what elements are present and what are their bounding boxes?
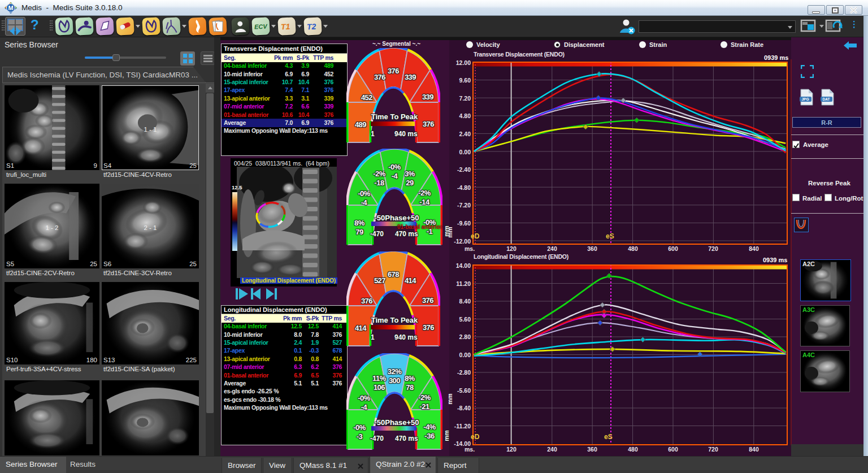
svg-text:JPG: JPG [801, 97, 809, 101]
svg-text:M: M [8, 5, 13, 11]
svg-text:ECV: ECV [254, 23, 268, 30]
svg-text:T2: T2 [307, 22, 316, 32]
svg-text:DAT: DAT [823, 97, 830, 101]
svg-text:T1: T1 [281, 22, 290, 32]
